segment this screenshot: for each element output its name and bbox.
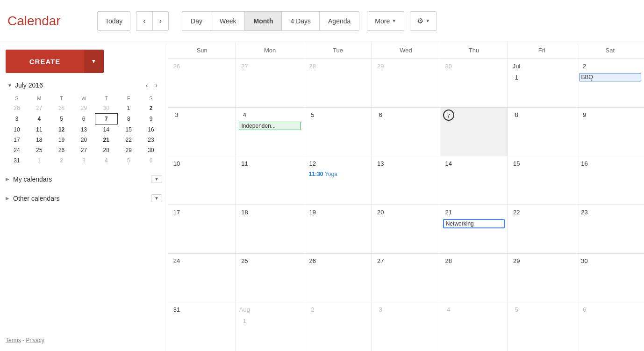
calendar-day[interactable]: 28 xyxy=(304,59,372,107)
calendar-day[interactable]: 21Networking xyxy=(440,205,508,253)
view-day-button[interactable]: Day xyxy=(182,11,211,31)
mini-cal-day[interactable]: 31 xyxy=(6,155,28,166)
mini-cal-day[interactable]: 30 xyxy=(140,145,162,155)
mini-cal-day[interactable]: 13 xyxy=(73,124,95,135)
calendar-day[interactable]: 25 xyxy=(236,254,304,302)
mini-cal-day[interactable]: 2 xyxy=(50,155,73,166)
calendar-day[interactable]: 2 xyxy=(304,302,372,351)
mini-cal-day[interactable]: 20 xyxy=(73,135,95,145)
mini-cal-day[interactable]: 29 xyxy=(73,103,95,114)
calendar-day[interactable]: 18 xyxy=(236,205,304,253)
create-button[interactable]: CREATE ▼ xyxy=(6,50,104,73)
mini-cal-day[interactable]: 1 xyxy=(117,103,140,114)
mini-cal-day[interactable]: 23 xyxy=(140,135,162,145)
view-4days-button[interactable]: 4 Days xyxy=(281,11,319,31)
mini-cal-day[interactable]: 28 xyxy=(50,103,73,114)
view-week-button[interactable]: Week xyxy=(211,11,245,31)
more-button[interactable]: More ▼ xyxy=(367,11,404,31)
mini-cal-day[interactable]: 3 xyxy=(73,155,95,166)
calendar-day[interactable]: 6 xyxy=(372,108,440,156)
mini-cal-day[interactable]: 18 xyxy=(28,135,50,145)
calendar-day[interactable]: 30 xyxy=(576,254,644,302)
calendar-day[interactable]: 30 xyxy=(440,59,508,107)
calendar-day[interactable]: 10 xyxy=(168,156,236,205)
view-month-button[interactable]: Month xyxy=(244,11,281,31)
mini-cal-day[interactable]: 5 xyxy=(117,155,140,166)
other-calendars-dropdown[interactable]: ▼ xyxy=(151,194,162,202)
calendar-day[interactable]: 26 xyxy=(168,59,236,107)
today-button[interactable]: Today xyxy=(97,11,130,31)
next-button[interactable]: › xyxy=(152,11,169,31)
calendar-day[interactable]: 7 xyxy=(440,108,508,156)
calendar-day[interactable]: 26 xyxy=(304,254,372,302)
calendar-event[interactable]: BBQ xyxy=(579,73,641,81)
calendar-day[interactable]: 17 xyxy=(168,205,236,253)
calendar-day[interactable]: 9 xyxy=(576,108,644,156)
mini-cal-day[interactable]: 12 xyxy=(50,124,73,135)
calendar-day[interactable]: 31 xyxy=(168,302,236,351)
mini-cal-day[interactable]: 4 xyxy=(28,114,50,124)
mini-cal-day[interactable]: 14 xyxy=(95,124,117,135)
mini-cal-day[interactable]: 24 xyxy=(6,145,28,155)
mini-cal-day[interactable]: 27 xyxy=(73,145,95,155)
mini-cal-day[interactable]: 28 xyxy=(95,145,117,155)
calendar-day[interactable]: 5 xyxy=(508,302,576,351)
calendar-day[interactable]: 6 xyxy=(576,302,644,351)
mini-cal-day[interactable]: 1 xyxy=(28,155,50,166)
mini-cal-day[interactable]: 2 xyxy=(140,103,162,114)
mini-cal-day[interactable]: 27 xyxy=(28,103,50,114)
mini-cal-day[interactable]: 25 xyxy=(28,145,50,155)
mini-cal-day[interactable]: 30 xyxy=(95,103,117,114)
mini-cal-day[interactable]: 6 xyxy=(140,155,162,166)
other-calendars-section[interactable]: ▶ Other calendars ▼ xyxy=(6,192,162,204)
calendar-day[interactable]: 29 xyxy=(508,254,576,302)
mini-cal-day[interactable]: 16 xyxy=(140,124,162,135)
mini-cal-day[interactable]: 11 xyxy=(28,124,50,135)
calendar-day[interactable]: 15 xyxy=(508,156,576,205)
calendar-event[interactable]: 11:30 Yoga xyxy=(307,170,369,178)
calendar-day[interactable]: 16 xyxy=(576,156,644,205)
settings-button[interactable]: ⚙ ▼ xyxy=(410,11,437,31)
mini-cal-day[interactable]: 21 xyxy=(95,135,117,145)
calendar-day[interactable]: 28 xyxy=(440,254,508,302)
calendar-day[interactable]: 23 xyxy=(576,205,644,253)
calendar-day[interactable]: Jul 1 xyxy=(508,59,576,107)
calendar-day[interactable]: 8 xyxy=(508,108,576,156)
calendar-day[interactable]: 22 xyxy=(508,205,576,253)
calendar-day[interactable]: 19 xyxy=(304,205,372,253)
calendar-day[interactable]: 3 xyxy=(372,302,440,351)
calendar-day[interactable]: 14 xyxy=(440,156,508,205)
mini-prev-button[interactable]: ‹ xyxy=(143,80,151,90)
mini-cal-day[interactable]: 17 xyxy=(6,135,28,145)
calendar-day[interactable]: 11 xyxy=(236,156,304,205)
my-calendars-section[interactable]: ▶ My calendars ▼ xyxy=(6,173,162,185)
mini-cal-day[interactable]: 10 xyxy=(6,124,28,135)
calendar-day[interactable]: 3 xyxy=(168,108,236,156)
mini-cal-day[interactable]: 15 xyxy=(117,124,140,135)
mini-cal-day[interactable]: 3 xyxy=(6,114,28,124)
calendar-day[interactable]: 27 xyxy=(236,59,304,107)
mini-cal-day[interactable]: 9 xyxy=(140,114,162,124)
view-agenda-button[interactable]: Agenda xyxy=(319,11,359,31)
calendar-day[interactable]: 4Independen... xyxy=(236,108,304,156)
calendar-day[interactable]: 4 xyxy=(440,302,508,351)
calendar-event[interactable]: Networking xyxy=(443,219,505,228)
mini-next-button[interactable]: › xyxy=(152,80,160,90)
mini-cal-day[interactable]: 22 xyxy=(117,135,140,145)
calendar-day[interactable]: 5 xyxy=(304,108,372,156)
mini-cal-day[interactable]: 19 xyxy=(50,135,73,145)
calendar-day[interactable]: 29 xyxy=(372,59,440,107)
privacy-link[interactable]: Privacy xyxy=(26,337,44,344)
calendar-day[interactable]: 27 xyxy=(372,254,440,302)
mini-cal-day[interactable]: 8 xyxy=(117,114,140,124)
collapse-arrow[interactable]: ▼ xyxy=(7,83,12,88)
calendar-day[interactable]: 13 xyxy=(372,156,440,205)
mini-cal-day[interactable]: 7 xyxy=(95,114,117,124)
mini-cal-day[interactable]: 29 xyxy=(117,145,140,155)
mini-cal-day[interactable]: 26 xyxy=(6,103,28,114)
calendar-day[interactable]: Aug 1 xyxy=(236,302,304,351)
calendar-day[interactable]: 24 xyxy=(168,254,236,302)
prev-button[interactable]: ‹ xyxy=(136,11,152,31)
calendar-day[interactable]: 2BBQ xyxy=(576,59,644,107)
calendar-event[interactable]: Independen... xyxy=(239,122,301,130)
